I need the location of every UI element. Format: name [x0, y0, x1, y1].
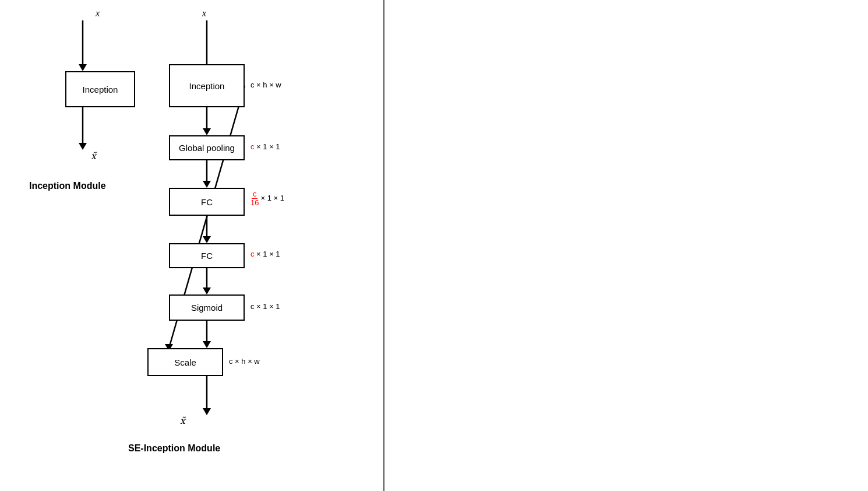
se-scale-box: Scale — [147, 348, 223, 376]
svg-marker-17 — [203, 408, 211, 415]
left-panel: x Inception x̃ Inception Module x Incept… — [0, 0, 384, 491]
svg-marker-3 — [79, 143, 87, 150]
se-fc2-box: FC — [169, 243, 245, 268]
inception-x-tilde: x̃ — [91, 150, 96, 162]
svg-marker-11 — [203, 236, 211, 243]
svg-marker-7 — [203, 128, 211, 135]
se-scale-dim: c × h × w — [229, 357, 260, 366]
se-inception-dim1: c × h × w — [250, 80, 281, 89]
svg-marker-1 — [79, 64, 87, 71]
se-global-pooling-box: Global pooling — [169, 135, 245, 160]
se-dim5: c × 1 × 1 — [250, 302, 280, 311]
svg-marker-13 — [203, 287, 211, 294]
inception-module-title: Inception Module — [29, 181, 106, 191]
se-inception-box: Inception — [169, 64, 245, 107]
se-dim2: c × 1 × 1 — [250, 142, 280, 151]
inception-x-label: x — [96, 8, 100, 19]
se-sigmoid-box: Sigmoid — [169, 294, 245, 321]
se-fc1-box: FC — [169, 188, 245, 216]
svg-marker-15 — [203, 341, 211, 348]
se-dim4: c × 1 × 1 — [250, 250, 280, 258]
inception-box: Inception — [65, 71, 135, 107]
se-inception-module-title: SE-Inception Module — [128, 443, 220, 454]
svg-marker-9 — [203, 181, 211, 188]
se-dim3: c 16 × 1 × 1 — [250, 190, 284, 208]
se-inception-x-label: x — [202, 8, 206, 19]
se-x-tilde: x̃ — [180, 415, 185, 426]
